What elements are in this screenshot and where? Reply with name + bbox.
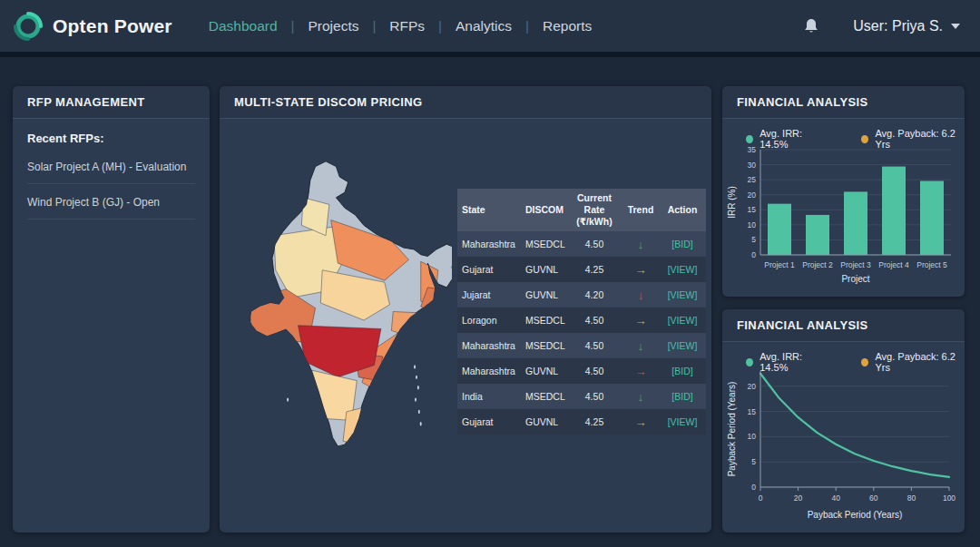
recent-rfps-heading: Recent RFPs: xyxy=(27,132,195,145)
trend-cell: ↓ xyxy=(622,231,659,257)
column-header: Current Rate (₹/kWh) xyxy=(566,189,622,231)
fin-bottom-title: FINANCIAL ANALYSIS xyxy=(737,318,868,332)
trend-cell: ↓ xyxy=(622,384,659,409)
user-menu[interactable]: User: Priya S. xyxy=(853,18,960,34)
trend-cell: ↓ xyxy=(622,333,659,358)
svg-text:Payback Period (Years): Payback Period (Years) xyxy=(727,382,737,477)
trend-cell: → xyxy=(622,409,659,435)
discom-pricing-table: StateDISCOMCurrent Rate (₹/kWh)TrendActi… xyxy=(457,189,706,435)
svg-text:20: 20 xyxy=(748,190,757,200)
action-cell: [VIEW] xyxy=(659,308,706,333)
discom-pricing-panel: MULTI-STATE DISCOM PRICING StateDISCOMCu… xyxy=(220,86,711,532)
rate-cell: 4.50 xyxy=(566,384,622,409)
table-row: JujaratGUVNL4.20↓[VIEW] xyxy=(457,282,706,308)
action-link[interactable]: [VIEW] xyxy=(668,416,698,427)
trend-right-icon: → xyxy=(635,365,647,378)
svg-text:0: 0 xyxy=(751,483,756,492)
main-nav: Dashboard|Projects|RFPs|Analytics|Report… xyxy=(209,18,593,34)
rate-cell: 4.25 xyxy=(566,409,622,435)
top-right: User: Priya S. xyxy=(802,17,960,35)
action-link[interactable]: [VIEW] xyxy=(668,289,698,300)
trend-down-icon: ↓ xyxy=(638,339,644,353)
table-head: StateDISCOMCurrent Rate (₹/kWh)TrendActi… xyxy=(457,189,706,231)
rfp-list-item[interactable]: Solar Project A (MH) - Evaluation xyxy=(27,149,195,184)
pricing-panel-title: MULTI-STATE DISCOM PRICING xyxy=(234,95,423,109)
trend-cell: ↓ xyxy=(622,282,659,308)
svg-text:Project 2: Project 2 xyxy=(802,260,833,269)
state-cell: Maharashtra xyxy=(457,333,521,358)
financial-analysis-panel-irr: FINANCIAL ANALYSIS Avg. IRR: 14.5%Avg. P… xyxy=(722,86,965,297)
table-row: LoragonMSEDCL4.50→[VIEW] xyxy=(457,308,706,333)
legend-dot-icon xyxy=(746,135,753,143)
state-cell: India xyxy=(457,384,521,409)
action-link[interactable]: [BID] xyxy=(671,239,692,249)
action-link[interactable]: [VIEW] xyxy=(668,340,698,351)
discom-cell: GUVNL xyxy=(521,282,566,308)
column-header: State xyxy=(457,189,521,231)
svg-text:Payback Period (Years): Payback Period (Years) xyxy=(808,510,903,520)
payback-line-chart: 05101520020406080100Payback Period (Year… xyxy=(726,362,960,529)
topbar-shadow-strip xyxy=(0,52,980,57)
svg-text:Project 5: Project 5 xyxy=(916,260,947,269)
discom-cell: MSEDCL xyxy=(521,384,566,409)
svg-text:10: 10 xyxy=(748,432,757,441)
state-cell: Loragon xyxy=(457,308,521,333)
rate-cell: 4.25 xyxy=(566,257,622,282)
action-link[interactable]: [BID] xyxy=(671,391,692,402)
table-row: MaharashtraMSEDCL4.50↓[VIEW] xyxy=(457,333,706,358)
action-cell: [VIEW] xyxy=(659,282,706,308)
trend-right-icon: → xyxy=(635,415,647,429)
svg-text:0: 0 xyxy=(751,250,756,259)
svg-text:15: 15 xyxy=(748,205,757,214)
svg-text:35: 35 xyxy=(748,145,757,154)
rfp-list-item[interactable]: Wind Project B (GJ) - Open xyxy=(27,184,195,220)
table-row: MaharashtraMSEDCL4.50↓[BID] xyxy=(457,231,706,257)
column-header: DISCOM xyxy=(521,189,566,231)
action-cell: [BID] xyxy=(659,384,706,409)
svg-text:IRR (%): IRR (%) xyxy=(727,186,737,219)
action-cell: [BID] xyxy=(659,231,706,257)
trend-right-icon: → xyxy=(635,314,647,327)
column-header: Trend xyxy=(622,189,659,231)
nav-item-rfps[interactable]: RFPs xyxy=(389,18,425,34)
fin-top-title: FINANCIAL ANALYSIS xyxy=(737,95,868,109)
action-link[interactable]: [BID] xyxy=(671,366,692,376)
discom-cell: MSEDCL xyxy=(521,231,566,257)
nav-item-reports[interactable]: Reports xyxy=(543,18,592,34)
action-cell: [VIEW] xyxy=(659,257,706,282)
svg-text:10: 10 xyxy=(748,220,757,230)
action-cell: [BID] xyxy=(659,358,706,384)
top-bar: Opten Power Dashboard|Projects|RFPs|Anal… xyxy=(0,0,980,52)
action-cell: [VIEW] xyxy=(659,409,706,435)
table-row: GujaratGUVNL4.25→[VIEW] xyxy=(457,257,706,282)
svg-text:15: 15 xyxy=(748,407,757,416)
nav-item-dashboard[interactable]: Dashboard xyxy=(209,18,278,34)
notification-bell-icon[interactable] xyxy=(802,17,820,35)
discom-cell: MSEDCL xyxy=(521,333,566,358)
svg-text:40: 40 xyxy=(831,493,840,503)
nav-separator: | xyxy=(525,18,529,34)
nav-separator: | xyxy=(291,18,295,34)
action-link[interactable]: [VIEW] xyxy=(668,264,698,275)
india-map-svg xyxy=(236,159,452,445)
nav-item-projects[interactable]: Projects xyxy=(308,18,358,34)
rate-cell: 4.50 xyxy=(566,231,622,257)
trend-down-icon: ↓ xyxy=(638,288,644,302)
action-link[interactable]: [VIEW] xyxy=(668,315,698,326)
fin-top-header: FINANCIAL ANALYSIS xyxy=(722,86,965,119)
rate-cell: 4.20 xyxy=(566,282,622,308)
state-cell: Maharashtra xyxy=(457,358,521,384)
state-cell: Gujarat xyxy=(457,409,521,435)
svg-text:60: 60 xyxy=(869,493,878,503)
india-choropleth-map xyxy=(236,159,452,445)
financial-analysis-panel-payback: FINANCIAL ANALYSIS Avg. IRR: 14.5%Avg. P… xyxy=(722,309,965,532)
dashboard-page: Opten Power Dashboard|Projects|RFPs|Anal… xyxy=(0,0,980,547)
trend-right-icon: → xyxy=(635,263,647,277)
nav-separator: | xyxy=(438,18,442,34)
rate-cell: 4.50 xyxy=(566,358,622,384)
svg-text:Project: Project xyxy=(841,274,869,284)
svg-text:Project 4: Project 4 xyxy=(878,260,909,269)
rfp-panel-body: Recent RFPs: Solar Project A (MH) - Eval… xyxy=(13,119,210,220)
svg-text:0: 0 xyxy=(759,493,763,503)
nav-item-analytics[interactable]: Analytics xyxy=(456,18,512,34)
